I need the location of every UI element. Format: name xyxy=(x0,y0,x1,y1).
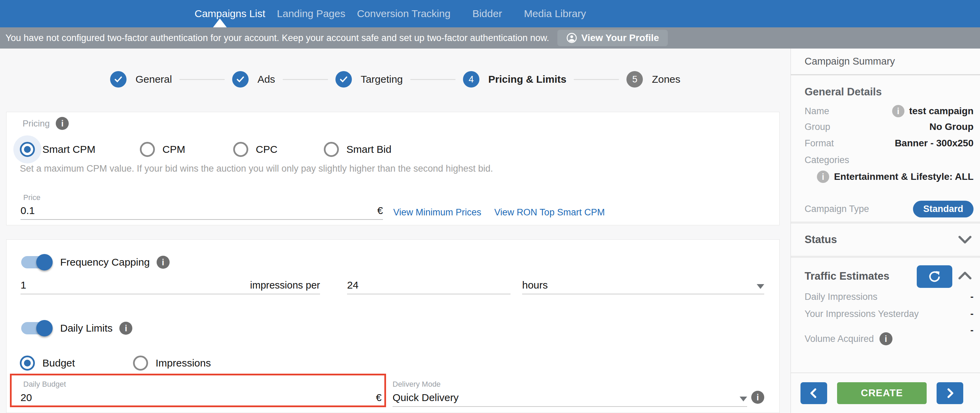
view-profile-button[interactable]: View Your Profile xyxy=(557,30,668,46)
info-icon[interactable]: i xyxy=(751,391,764,404)
name-row: Name i test campaign xyxy=(805,105,974,117)
step-number: 5 xyxy=(627,71,643,87)
radio-icon xyxy=(140,142,155,157)
step-connector xyxy=(410,79,455,80)
campaign-type-badge: Standard xyxy=(913,201,974,218)
categories-label: Categories xyxy=(805,155,850,165)
step-ads[interactable]: Ads xyxy=(232,71,275,87)
radio-selected-icon xyxy=(20,142,35,157)
step-label: Pricing & Limits xyxy=(488,73,566,85)
limits-card: Frequency Capping i 1 impressions per 24… xyxy=(6,239,780,413)
chevron-down-icon xyxy=(757,284,764,289)
check-icon xyxy=(336,71,352,87)
general-details-heading: General Details xyxy=(805,86,882,98)
format-label: Format xyxy=(805,138,834,149)
impressions-yesterday-label: Your Impressions Yesterday xyxy=(805,309,919,319)
name-value: test campaign xyxy=(909,106,974,117)
toggle-knob xyxy=(36,254,52,270)
create-button[interactable]: CREATE xyxy=(837,382,927,404)
step-connector xyxy=(574,79,619,80)
currency-symbol: € xyxy=(376,392,382,403)
radio-cpm[interactable]: CPM xyxy=(140,142,185,157)
top-navbar: Campaigns List Landing Pages Conversion … xyxy=(0,0,980,27)
radio-label: CPM xyxy=(162,144,185,155)
info-icon[interactable]: i xyxy=(817,171,829,183)
info-icon[interactable]: i xyxy=(56,117,69,130)
next-step-button[interactable] xyxy=(937,382,963,404)
daily-limits-toggle[interactable] xyxy=(21,322,51,334)
step-general[interactable]: General xyxy=(110,71,172,87)
delivery-mode-value: Quick Delivery xyxy=(393,392,458,403)
impressions-yesterday-row: Your Impressions Yesterday - xyxy=(805,308,974,319)
tab-bidder[interactable]: Bidder xyxy=(466,8,508,19)
delivery-mode-select[interactable]: Quick Delivery xyxy=(393,388,747,407)
radio-label: Smart CPM xyxy=(42,144,95,155)
person-icon xyxy=(566,32,577,43)
chevron-up-icon[interactable] xyxy=(958,272,972,280)
categories-row: Categories xyxy=(805,155,974,165)
frequency-period-value: 24 xyxy=(347,279,358,291)
frequency-count-suffix: impressions per xyxy=(250,280,320,291)
frequency-unit-select[interactable]: hours xyxy=(522,275,764,294)
volume-acquired-row: Volume Acquired i xyxy=(805,332,974,345)
refresh-estimates-button[interactable] xyxy=(917,265,952,288)
info-icon[interactable]: i xyxy=(892,105,904,117)
previous-step-button[interactable] xyxy=(800,382,827,404)
campaign-type-label: Campaign Type xyxy=(805,204,869,214)
radio-impressions[interactable]: Impressions xyxy=(133,356,211,371)
categories-value: Entertainment & Lifestyle: ALL xyxy=(834,171,974,182)
radio-budget[interactable]: Budget xyxy=(20,356,75,371)
nav-tabs: Campaigns List Landing Pages Conversion … xyxy=(189,8,592,19)
chevron-left-icon xyxy=(808,388,819,399)
chevron-down-icon[interactable] xyxy=(958,235,972,244)
view-profile-label: View Your Profile xyxy=(581,32,659,43)
step-pricing-limits[interactable]: 4 Pricing & Limits xyxy=(463,71,566,87)
format-value: Banner - 300x250 xyxy=(895,138,974,149)
volume-acquired-label: Volume Acquired xyxy=(805,334,874,344)
radio-label: Impressions xyxy=(156,357,211,369)
step-label: Targeting xyxy=(361,73,403,85)
pricing-help-text: Set a maximum CPM value. If your bid win… xyxy=(20,164,493,174)
group-value: No Group xyxy=(929,121,974,132)
active-tab-arrow xyxy=(213,19,227,27)
radio-smart-bid[interactable]: Smart Bid xyxy=(324,142,391,157)
pricing-card: Pricing i Smart CPM CPM CPC Smart Bid Se… xyxy=(6,112,780,225)
radio-label: Budget xyxy=(42,357,75,369)
info-icon[interactable]: i xyxy=(119,322,132,335)
chevron-right-icon xyxy=(944,388,956,399)
tab-landing-pages[interactable]: Landing Pages xyxy=(271,8,351,19)
step-targeting[interactable]: Targeting xyxy=(336,71,403,87)
campaign-type-row: Campaign Type Standard xyxy=(805,201,974,218)
traffic-estimates-heading: Traffic Estimates xyxy=(805,270,889,283)
tab-campaigns-list[interactable]: Campaigns List xyxy=(189,8,271,19)
radio-cpc[interactable]: CPC xyxy=(233,142,277,157)
info-icon[interactable]: i xyxy=(157,256,170,269)
daily-budget-input[interactable]: 20 € xyxy=(21,388,382,407)
frequency-capping-label: Frequency Capping xyxy=(60,256,150,268)
wizard-footer: CREATE xyxy=(791,373,980,413)
step-zones[interactable]: 5 Zones xyxy=(627,71,680,87)
price-input[interactable]: 0.1 € xyxy=(21,201,383,220)
tab-conversion-tracking[interactable]: Conversion Tracking xyxy=(351,8,456,19)
frequency-count-input[interactable]: 1 impressions per xyxy=(21,275,320,294)
view-ron-top-smart-cpm-link[interactable]: View RON Top Smart CPM xyxy=(495,207,605,218)
step-connector xyxy=(283,79,328,80)
general-details-section: General Details Name i test campaign Gro… xyxy=(791,76,980,222)
refresh-icon xyxy=(928,270,941,283)
tab-media-library[interactable]: Media Library xyxy=(518,8,592,19)
radio-smart-cpm[interactable]: Smart CPM xyxy=(20,142,95,157)
daily-budget-value: 20 xyxy=(21,392,32,403)
info-icon[interactable]: i xyxy=(880,332,892,345)
daily-impressions-label: Daily Impressions xyxy=(805,292,877,302)
traffic-estimates-section: Traffic Estimates Daily Impressions - Yo… xyxy=(791,258,980,373)
view-minimum-prices-link[interactable]: View Minimum Prices xyxy=(393,207,482,218)
format-row: Format Banner - 300x250 xyxy=(805,138,974,149)
check-icon xyxy=(232,71,248,87)
status-section[interactable]: Status xyxy=(791,224,980,256)
impressions-yesterday-value: - xyxy=(970,308,974,319)
currency-symbol: € xyxy=(377,205,383,216)
step-connector xyxy=(180,79,225,80)
frequency-unit-value: hours xyxy=(522,279,548,291)
frequency-period-input[interactable]: 24 xyxy=(347,275,511,294)
frequency-capping-toggle[interactable] xyxy=(21,256,51,268)
